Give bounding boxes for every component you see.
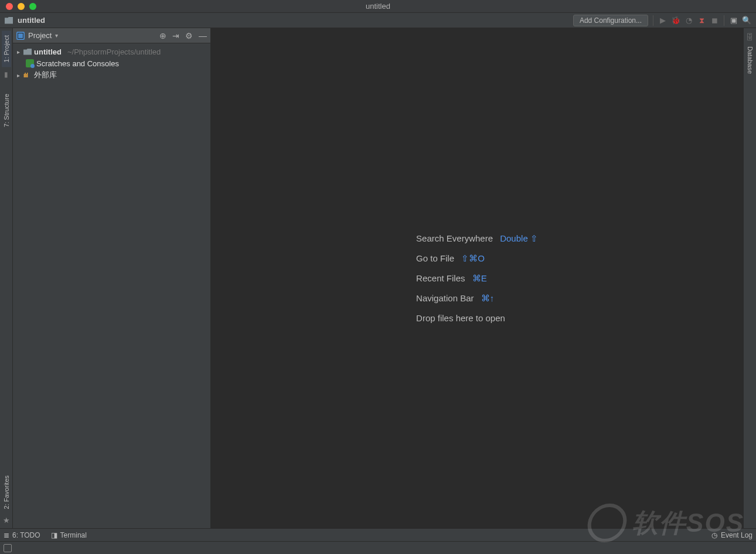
folder-gutter-icon[interactable]: ▮ [4,70,8,79]
hint-shortcut: ⌘E [472,273,487,283]
terminal-tool-tab[interactable]: ◨ Terminal [51,531,87,539]
hint-shortcut: Double ⇧ [500,233,538,243]
debug-icon[interactable]: 🐞 [671,16,680,25]
hint-navigation-bar: Navigation Bar ⌘↑ [416,293,538,304]
project-tool-actions: ⊕ ⇥ ⚙ — [159,31,207,40]
gear-icon[interactable]: ⚙ [185,31,193,40]
todo-tool-tab[interactable]: ≣ 6: TODO [4,531,40,539]
bottom-right: ◷ Event Log [711,531,752,539]
main-area: 1: Project ▮ 7: Structure 2: Favorites ★… [0,28,756,528]
hint-label: Search Everywhere [416,233,493,243]
breadcrumb-project: untitled [18,16,45,25]
breadcrumb[interactable]: untitled [5,16,45,25]
layout-icon[interactable]: ▣ [729,16,738,25]
project-tree[interactable]: ▸ untitled ~/PhpstormProjects/untitled S… [13,43,210,83]
list-icon: ≣ [4,531,9,539]
folder-icon [5,17,13,24]
hint-label: Drop files here to open [416,313,505,323]
database-tab-label: Database [747,46,754,74]
maximize-window-button[interactable] [29,3,36,10]
tree-scratches-label: Scratches and Consoles [36,59,119,68]
hint-shortcut: ⇧⌘O [461,253,485,263]
hint-recent-files: Recent Files ⌘E [416,273,538,284]
project-view-icon [16,32,25,40]
separator [653,15,653,26]
tree-root-path: ~/PhpstormProjects/untitled [67,47,161,56]
hint-go-to-file: Go to File ⇧⌘O [416,253,538,264]
separator [724,15,724,26]
tree-scratches[interactable]: Scratches and Consoles [15,57,208,69]
welcome-hints: Search Everywhere Double ⇧ Go to File ⇧⌘… [416,224,538,332]
window-controls [0,3,36,10]
coverage-icon[interactable]: ◔ [684,16,693,25]
project-tab-label: 1: Project [3,35,10,62]
toolbar-right: Add Configuration... ▶ 🐞 ◔ ⧗ ◼ ▣ 🔍 [573,15,751,26]
tree-external-libs[interactable]: ▸ ılıl 外部库 [15,69,208,81]
bottom-tool-bar: ≣ 6: TODO ◨ Terminal ◷ Event Log [0,528,756,541]
editor-placeholder[interactable]: Search Everywhere Double ⇧ Go to File ⇧⌘… [211,28,743,528]
search-icon[interactable]: 🔍 [742,16,751,25]
locate-icon[interactable]: ⊕ [159,31,166,40]
library-icon: ılıl [23,72,32,79]
hint-search-everywhere: Search Everywhere Double ⇧ [416,233,538,244]
tool-windows-toggle[interactable] [4,544,12,552]
project-tool-header: Project ▾ ⊕ ⇥ ⚙ — [13,28,210,43]
window-title: untitled [0,2,756,11]
hint-label: Go to File [416,253,454,263]
favorites-tab-label: 2: Favorites [3,475,10,509]
tree-root-name: untitled [34,47,62,56]
navigation-bar: untitled Add Configuration... ▶ 🐞 ◔ ⧗ ◼ … [0,13,756,28]
tree-external-libs-label: 外部库 [34,70,57,80]
structure-tab-label: 7: Structure [3,94,10,127]
stop-icon[interactable]: ◼ [710,16,719,25]
status-bar [0,541,756,554]
scratches-icon [26,59,34,67]
expand-arrow-icon[interactable]: ▸ [15,49,21,55]
hide-icon[interactable]: — [199,31,207,40]
right-gutter: 🗄 Database [743,28,756,528]
database-tool-tab[interactable]: Database [745,42,755,79]
todo-label: 6: TODO [12,531,40,539]
folder-icon [23,49,32,55]
hint-label: Recent Files [416,273,465,283]
project-tool-window: Project ▾ ⊕ ⇥ ⚙ — ▸ untitled ~/PhpstormP… [13,28,211,528]
hint-label: Navigation Bar [416,293,474,303]
collapse-icon[interactable]: ⇥ [172,31,179,40]
event-log-tab[interactable]: Event Log [721,531,752,539]
left-gutter: 1: Project ▮ 7: Structure 2: Favorites ★ [0,28,13,528]
titlebar: untitled [0,0,756,13]
star-icon: ★ [3,516,10,525]
close-window-button[interactable] [6,3,13,10]
chevron-down-icon[interactable]: ▾ [55,32,58,39]
database-icon: 🗄 [746,33,754,42]
structure-tool-tab[interactable]: 7: Structure [2,89,11,132]
run-icon[interactable]: ▶ [658,16,668,25]
event-log-icon: ◷ [711,531,717,539]
profiler-icon[interactable]: ⧗ [697,16,706,25]
terminal-icon: ◨ [51,531,57,539]
favorites-tool-tab[interactable]: 2: Favorites [2,471,11,514]
minimize-window-button[interactable] [18,3,25,10]
hint-drop-files: Drop files here to open [416,313,538,323]
add-configuration-button[interactable]: Add Configuration... [573,15,648,26]
tree-root[interactable]: ▸ untitled ~/PhpstormProjects/untitled [15,46,208,57]
terminal-label: Terminal [60,531,87,539]
expand-arrow-icon[interactable]: ▸ [15,72,21,79]
hint-shortcut: ⌘↑ [481,293,495,303]
project-view-title[interactable]: Project [28,31,52,40]
project-tool-tab[interactable]: 1: Project [2,30,11,67]
